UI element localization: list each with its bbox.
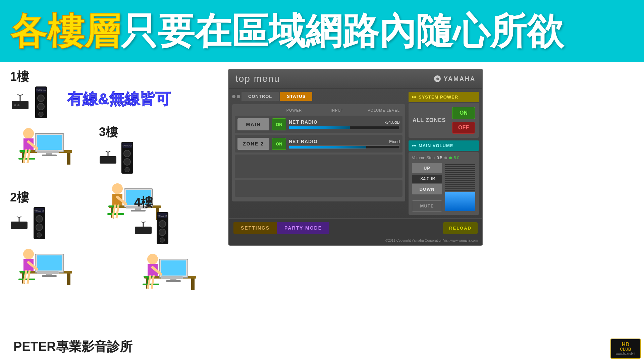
zone2-button[interactable]: ZONE 2 [237,138,269,150]
svg-point-5 [17,104,19,106]
svg-line-33 [19,217,21,218]
svg-rect-46 [42,275,57,277]
top-banner: 各樓層只要在區域網路內隨心所欲 [0,0,644,62]
router3-icon [99,151,117,165]
yamaha-device2-icon: YAMAHA [34,207,45,239]
svg-rect-14 [67,153,70,165]
svg-point-10 [38,103,44,110]
person2-illustration [10,236,75,286]
main-volume-header: MAIN VOLUME [409,140,479,151]
volume-controls-row: UP -34.0dB DOWN MUTE [412,163,476,212]
status-header-row: POWER INPUT VOLUME LEVEL [235,107,402,114]
floor4-area: 4樓 YAMAHA [134,194,200,292]
person4-illustration [134,241,200,291]
ui-title: top menu [235,73,280,84]
volume-slider-track[interactable] [445,163,476,212]
empty-zone-3 [235,155,402,178]
svg-rect-53 [18,279,35,280]
main-progress-fill [289,126,350,129]
ui-header: top menu ⊕ YAMAHA [229,69,482,88]
ui-right-section: SYSTEM POWER ALL ZONES ON OFF [409,88,482,218]
volume-step-value: 0.5 [437,156,442,160]
svg-rect-86 [135,227,152,234]
zone2-progress-bar [289,145,400,149]
svg-line-32 [17,217,19,218]
reload-button[interactable]: RELOAD [443,222,478,234]
main-zone-button[interactable]: MAIN [237,118,269,130]
main-volume-label: -34.0dB [384,120,400,125]
wired-wireless-label: 有線&無線皆可 [67,89,171,110]
power-header-dots [412,96,416,98]
system-power-on-button[interactable]: ON [452,107,475,119]
svg-rect-47 [37,271,59,274]
main-input-row: NET RADIO -34.0dB [289,119,400,125]
volume-box: Volume Step 0.5 5.0 UP -34.0dB [409,152,479,215]
floor1-label: 1樓 [10,69,75,85]
svg-rect-42 [67,274,70,285]
main-input-area: NET RADIO -34.0dB [289,119,400,129]
zone2-row: ZONE 2 ON NET RADIO Fixed [235,135,402,153]
zone2-power-button[interactable]: ON [272,138,286,150]
yamaha-device1-icon: YAMAHA [35,86,47,118]
svg-line-60 [106,151,108,152]
volume-step-label: Volume Step [412,156,435,160]
main-content: 有線&無線皆可 1樓 YAMAHA [0,62,644,362]
svg-rect-18 [42,155,57,156]
settings-button[interactable]: SETTINGS [233,222,277,234]
main-zone-row: MAIN ON NET RADIO -34.0dB [235,116,402,133]
volume-buttons: UP -34.0dB DOWN MUTE [412,163,442,212]
yamaha-logo-icon: ⊕ [434,75,441,82]
volume-step-alt: 5.0 [454,156,460,160]
svg-text:YAMAHA: YAMAHA [36,89,46,92]
svg-rect-25 [18,158,35,160]
volume-down-button[interactable]: DOWN [412,184,442,194]
system-power-off-button[interactable]: OFF [452,122,475,134]
ui-body: CONTROL STATUS POWER INPUT VOLUME LEVEL [229,88,482,218]
peter-text: PETER專業影音診所 [13,338,132,355]
zone2-progress-fill [289,146,366,148]
tab-control[interactable]: CONTROL [241,92,279,101]
volume-step-dot2 [449,157,452,159]
volume-step-row: Volume Step 0.5 5.0 [412,156,476,160]
power-col-header: POWER [274,108,314,112]
system-power-box: ALL ZONES ON OFF [409,103,479,138]
svg-rect-100 [161,260,186,276]
main-progress-bar [289,126,400,129]
banner-highlight: 各樓層 [10,10,121,52]
yamaha-device3-icon: YAMAHA [121,142,133,174]
all-zones-label: ALL ZONES [413,117,446,123]
ui-left-section: CONTROL STATUS POWER INPUT VOLUME LEVEL [229,88,409,218]
volume-header-dots [412,145,416,146]
svg-rect-109 [143,284,159,285]
ui-tabs: CONTROL STATUS [232,92,405,101]
volume-step-dot1 [444,157,447,159]
volume-mute-button[interactable]: MUTE [412,200,442,212]
floor4-label: 4樓 [134,194,200,211]
main-volume-section: MAIN VOLUME Volume Step 0.5 5.0 [409,140,479,215]
zone2-input-row: NET RADIO Fixed [289,139,400,144]
hd-club-logo: HD CLUB www.hd.club.fr [610,339,641,359]
floor3-label: 3樓 [99,124,164,140]
main-power-button[interactable]: ON [272,118,286,130]
svg-point-48 [23,249,34,259]
svg-point-104 [147,254,158,264]
svg-rect-102 [166,280,181,282]
svg-point-93 [159,221,166,227]
empty-zone-4 [235,180,402,197]
main-volume-title: MAIN VOLUME [419,143,453,148]
yamaha-logo: ⊕ YAMAHA [434,75,476,82]
input-col-header: INPUT [317,108,357,112]
svg-rect-58 [100,156,116,164]
svg-point-4 [14,104,16,106]
party-mode-button[interactable]: PARTY MODE [277,222,329,234]
zone2-input-label: NET RADIO [289,139,318,144]
svg-text:YAMAHA: YAMAHA [157,215,167,217]
svg-line-88 [141,222,143,223]
tab-status[interactable]: STATUS [280,92,312,101]
svg-text:⊕: ⊕ [436,77,439,81]
volume-up-button[interactable]: UP [412,163,442,173]
yamaha-controller: top menu ⊕ YAMAHA [228,69,483,246]
left-panel: 有線&無線皆可 1樓 YAMAHA [0,62,221,362]
svg-line-2 [17,94,20,96]
svg-line-3 [20,94,23,96]
